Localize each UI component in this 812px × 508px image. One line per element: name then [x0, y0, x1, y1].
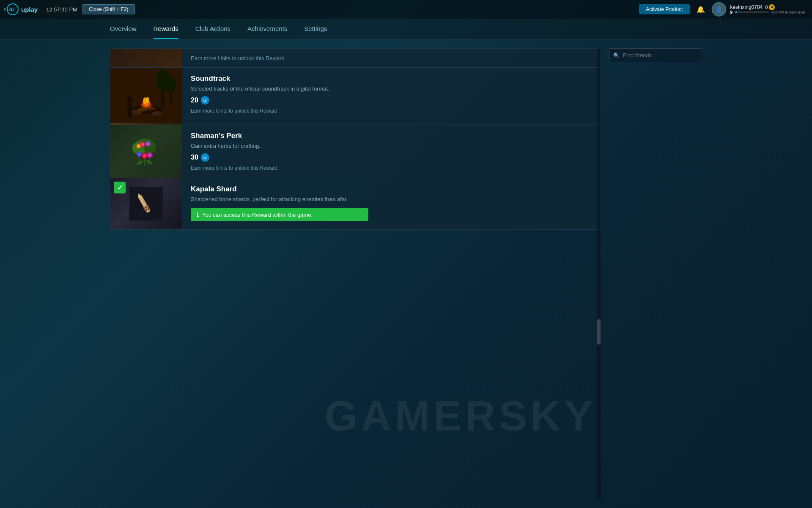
- close-button[interactable]: Close (Shift + F2): [82, 4, 135, 14]
- svg-point-27: [137, 145, 140, 147]
- currency-badge: 0 ★: [765, 4, 775, 10]
- main-content: Earn more Units to unlock this Reward.: [0, 40, 812, 508]
- svg-point-31: [138, 153, 140, 155]
- xp-bar-fill: [735, 11, 737, 13]
- reward-info-kapala-shard: Kapala Shard Sharpened bone shards, perf…: [182, 178, 600, 229]
- reward-image-soundtrack: [110, 68, 182, 124]
- unlock-check-icon: ℹ: [197, 211, 199, 218]
- reward-title-soundtrack: Soundtrack: [191, 75, 592, 83]
- reward-image-wrap-soundtrack: [110, 68, 182, 124]
- reward-card-shamans-perk: Shaman's Perk Gain extra herbs for craft…: [110, 125, 600, 178]
- bell-icon[interactable]: 🔔: [697, 6, 705, 14]
- svg-rect-13: [128, 111, 130, 118]
- currency-icon: ★: [769, 4, 775, 10]
- nav-bar: Overview Rewards Club Actions Achievemen…: [0, 19, 812, 40]
- uplay-text: uplay: [21, 6, 38, 13]
- top-bar-left: ♥ 59 U uplay 12:57:30 PM Close (Shift + …: [7, 3, 135, 15]
- avatar: 👤: [712, 2, 726, 17]
- system-info: ♥ 59: [3, 7, 13, 12]
- unit-icon-shamans-perk: U: [201, 153, 209, 162]
- reward-info-shamans-perk: Shaman's Perk Gain extra herbs for craft…: [182, 125, 600, 178]
- top-bar: ♥ 59 U uplay 12:57:30 PM Close (Shift + …: [0, 0, 812, 19]
- reward-desc-soundtrack: Selected tracks of the official soundtra…: [191, 86, 592, 92]
- xp-bar: [735, 11, 769, 13]
- find-friends-wrap: 🔍: [609, 48, 702, 62]
- reward-lock-msg-soundtrack: Earn more Units to unlock this Reward.: [191, 108, 592, 114]
- level-number: 9: [730, 10, 733, 15]
- svg-point-3: [152, 111, 162, 116]
- top-bar-right: Activate Product 🔔 👤 kevinxing0704 0 ★ 9: [639, 2, 805, 17]
- svg-rect-12: [125, 106, 129, 107]
- reward-image-wrap-kapala-shard: ✓: [110, 178, 182, 229]
- svg-point-29: [143, 154, 146, 157]
- unit-icon-soundtrack: U: [201, 96, 209, 105]
- level-info: 9 950 XP to next level: [730, 10, 805, 15]
- checkmark-badge: ✓: [114, 182, 126, 193]
- rewards-list: Earn more Units to unlock this Reward.: [110, 48, 601, 230]
- reward-cost-shamans-perk: 30 U: [191, 153, 592, 162]
- timestamp: 12:57:30 PM: [46, 6, 77, 13]
- rewards-panel: Earn more Units to unlock this Reward.: [110, 48, 601, 500]
- svg-point-38: [145, 159, 153, 166]
- find-friends-input[interactable]: [609, 48, 702, 62]
- reward-desc-kapala-shard: Sharpened bone shards, perfect for attac…: [191, 196, 592, 202]
- partial-reward-image: [110, 49, 182, 68]
- scrollbar[interactable]: [597, 48, 601, 500]
- nav-club-actions[interactable]: Club Actions: [195, 19, 230, 39]
- reward-card-kapala-shard: ✓: [110, 178, 600, 229]
- svg-rect-14: [130, 111, 132, 118]
- flowers-svg: [125, 130, 167, 173]
- partial-reward-text: Earn more Units to unlock this Reward.: [182, 55, 294, 61]
- svg-point-18: [166, 76, 176, 93]
- friends-panel: 🔍: [609, 48, 702, 500]
- reward-title-shamans-perk: Shaman's Perk: [191, 132, 592, 140]
- activate-button[interactable]: Activate Product: [639, 4, 689, 14]
- nav-achievements[interactable]: Achievements: [247, 19, 287, 39]
- unlock-msg: You can access this Reward within the ga…: [202, 212, 313, 218]
- partial-top-card: Earn more Units to unlock this Reward.: [110, 49, 600, 68]
- search-icon: 🔍: [613, 52, 620, 58]
- user-details: kevinxing0704 0 ★ 9 950 XP to next level: [730, 4, 805, 15]
- reward-cost-soundtrack: 20 U: [191, 96, 592, 105]
- username: kevinxing0704 0 ★: [730, 4, 805, 10]
- svg-point-33: [148, 154, 151, 157]
- reward-unlock-bar[interactable]: ℹ You can access this Reward within the …: [191, 208, 368, 221]
- reward-image-shamans-perk: [110, 125, 182, 178]
- xp-text: 950 XP to next level: [771, 10, 805, 14]
- svg-point-37: [136, 159, 144, 166]
- nav-overview[interactable]: Overview: [110, 19, 137, 39]
- nav-rewards[interactable]: Rewards: [154, 19, 178, 39]
- svg-point-7: [146, 97, 149, 103]
- campfire-svg: [110, 68, 182, 123]
- reward-lock-msg-shamans-perk: Earn more Units to unlock this Reward.: [191, 165, 592, 171]
- user-info: 👤 kevinxing0704 0 ★ 9 950 XP to next lev…: [712, 2, 805, 17]
- reward-card-soundtrack: Soundtrack Selected tracks of the offici…: [110, 68, 600, 125]
- svg-point-25: [147, 143, 149, 145]
- reward-title-kapala-shard: Kapala Shard: [191, 185, 592, 193]
- reward-image-wrap-shamans-perk: [110, 125, 182, 178]
- nav-settings[interactable]: Settings: [304, 19, 327, 39]
- scrollbar-thumb[interactable]: [597, 319, 601, 345]
- reward-info-soundtrack: Soundtrack Selected tracks of the offici…: [182, 68, 600, 124]
- svg-point-10: [126, 96, 133, 103]
- svg-point-23: [141, 143, 144, 146]
- reward-desc-shamans-perk: Gain extra herbs for crafting.: [191, 143, 592, 149]
- shard-svg: [129, 187, 163, 221]
